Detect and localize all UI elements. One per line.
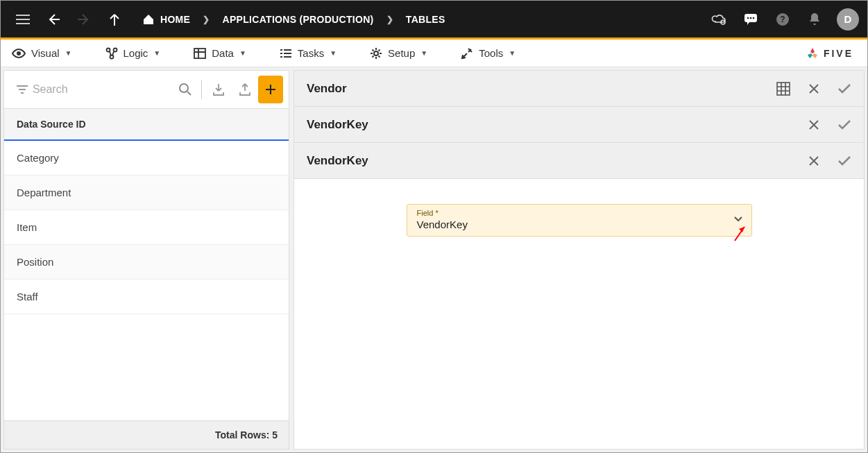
tasks-icon: [280, 48, 292, 59]
list-item[interactable]: Staff: [4, 280, 289, 314]
close-icon[interactable]: [803, 78, 825, 100]
content: Data Source ID Category Department Item …: [1, 67, 867, 452]
check-icon[interactable]: [833, 114, 856, 136]
svg-point-7: [17, 51, 21, 55]
avatar[interactable]: D: [837, 8, 859, 31]
avatar-initial: D: [844, 13, 852, 25]
check-icon[interactable]: [833, 150, 856, 172]
section-actions: [803, 114, 856, 136]
caret-down-icon: ▼: [239, 49, 246, 57]
list-item[interactable]: Position: [4, 245, 289, 280]
field-label: Field *: [417, 209, 742, 217]
svg-point-4: [753, 17, 755, 19]
list-footer: Total Rows: 5: [4, 420, 289, 449]
table-icon: [194, 48, 206, 59]
home-icon: [142, 14, 155, 25]
section-header-vendorkey-1: VendorKey: [294, 107, 864, 143]
logic-icon: [105, 47, 118, 60]
breadcrumb: HOME ❯ APPLICATIONS (PRODUCTION) ❯ TABLE…: [135, 11, 452, 28]
menu-visual[interactable]: Visual▼: [8, 47, 76, 59]
add-button[interactable]: [258, 76, 283, 103]
topbar-right: ? D: [705, 6, 859, 33]
menu-data[interactable]: Data▼: [189, 47, 250, 59]
check-icon[interactable]: [833, 78, 856, 100]
eye-icon: [12, 49, 26, 58]
breadcrumb-home[interactable]: HOME: [135, 11, 197, 28]
breadcrumb-label: HOME: [160, 14, 190, 25]
breadcrumb-label: APPLICATIONS (PRODUCTION): [223, 14, 374, 25]
list-item-label: Category: [17, 152, 59, 164]
brand: FIVE: [806, 46, 860, 60]
gear-icon: [370, 47, 382, 60]
list-item[interactable]: Item: [4, 210, 289, 245]
sidebar: Data Source ID Category Department Item …: [3, 70, 289, 450]
import-icon[interactable]: [206, 76, 231, 103]
breadcrumb-tables[interactable]: TABLES: [399, 11, 452, 28]
caret-down-icon: ▼: [330, 49, 337, 57]
list-item-label: Department: [17, 187, 71, 198]
list-item-label: Position: [17, 256, 53, 268]
caret-down-icon: ▼: [153, 49, 160, 57]
close-icon[interactable]: [803, 114, 825, 136]
list-item-label: Item: [17, 221, 37, 233]
menu-label: Tasks: [298, 47, 324, 59]
breadcrumb-applications[interactable]: APPLICATIONS (PRODUCTION): [216, 11, 381, 28]
svg-rect-11: [194, 49, 205, 58]
forward-button: [70, 6, 98, 33]
menu-setup[interactable]: Setup▼: [366, 47, 432, 60]
topbar: HOME ❯ APPLICATIONS (PRODUCTION) ❯ TABLE…: [1, 1, 867, 37]
section-title: VendorKey: [307, 154, 368, 168]
bell-icon[interactable]: [801, 6, 828, 33]
svg-text:?: ?: [780, 15, 785, 24]
svg-rect-14: [777, 83, 790, 95]
menu-label: Setup: [388, 47, 415, 59]
grid-icon[interactable]: [772, 78, 794, 100]
svg-point-12: [374, 51, 378, 55]
sidebar-toolbar: [4, 71, 289, 108]
topbar-left: HOME ❯ APPLICATIONS (PRODUCTION) ❯ TABLE…: [9, 6, 452, 33]
field-value: VendorKey: [417, 217, 742, 230]
tools-icon: [461, 47, 473, 60]
up-button[interactable]: [101, 6, 128, 33]
section-title: Vendor: [307, 82, 347, 96]
list-header[interactable]: Data Source ID: [4, 108, 289, 141]
section-title: VendorKey: [307, 118, 368, 132]
caret-down-icon: ▼: [420, 49, 427, 57]
section-actions: [772, 78, 856, 100]
list-item[interactable]: Category: [4, 141, 289, 176]
filter-icon[interactable]: [14, 85, 31, 94]
main-panel: Vendor VendorKey: [293, 70, 865, 450]
chevron-right-icon: ❯: [203, 15, 210, 24]
menu-tasks[interactable]: Tasks▼: [275, 47, 341, 59]
help-icon[interactable]: ?: [769, 6, 797, 33]
menu-logic[interactable]: Logic▼: [101, 47, 165, 60]
cloud-icon[interactable]: [705, 6, 733, 33]
menu-label: Visual: [31, 47, 60, 59]
chevron-down-icon[interactable]: [733, 216, 743, 223]
chat-icon[interactable]: [737, 6, 765, 33]
svg-point-3: [750, 17, 752, 19]
field-dropdown[interactable]: Field * VendorKey: [407, 204, 752, 237]
back-button[interactable]: [40, 6, 67, 33]
menu-tools[interactable]: Tools▼: [457, 47, 520, 60]
export-icon[interactable]: [232, 76, 257, 103]
section-actions: [803, 150, 856, 172]
chevron-right-icon: ❯: [386, 15, 393, 24]
section-header-vendor: Vendor: [294, 71, 864, 107]
plus-icon: [264, 83, 278, 96]
menubar: Visual▼ Logic▼ Data▼ Tasks▼ Setup▼ Tools…: [1, 40, 867, 67]
list: Category Department Item Position Staff: [4, 141, 289, 420]
field-panel: Field * VendorKey: [294, 179, 864, 449]
section-header-vendorkey-2: VendorKey: [294, 143, 864, 179]
menu-label: Tools: [479, 47, 503, 59]
menu-icon[interactable]: [9, 6, 37, 33]
search-icon[interactable]: [173, 76, 198, 103]
svg-point-13: [180, 84, 188, 92]
menu-label: Logic: [124, 47, 148, 59]
brand-logo-icon: [806, 46, 819, 60]
close-icon[interactable]: [803, 150, 825, 172]
divider: [201, 80, 202, 99]
list-item-label: Staff: [17, 291, 38, 302]
search-input[interactable]: [33, 79, 171, 100]
list-item[interactable]: Department: [4, 176, 289, 210]
